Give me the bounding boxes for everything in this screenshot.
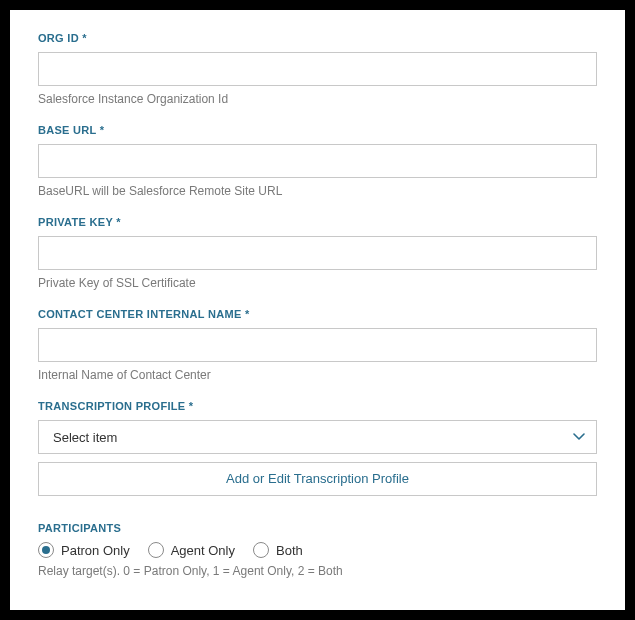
transcription-profile-select-wrap: Select item [38,420,597,454]
field-org-id: ORG ID * Salesforce Instance Organizatio… [38,32,597,106]
contact-center-label: CONTACT CENTER INTERNAL NAME * [38,308,597,320]
radio-label: Both [276,543,303,558]
participants-label: PARTICIPANTS [38,522,597,534]
radio-label: Agent Only [171,543,235,558]
participants-option-patron-only[interactable]: Patron Only [38,542,130,558]
participants-option-agent-only[interactable]: Agent Only [148,542,235,558]
base-url-input[interactable] [38,144,597,178]
radio-icon [253,542,269,558]
org-id-label: ORG ID * [38,32,597,44]
field-transcription-profile: TRANSCRIPTION PROFILE * Select item Add … [38,400,597,496]
private-key-help: Private Key of SSL Certificate [38,276,597,290]
transcription-profile-select[interactable]: Select item [38,420,597,454]
add-edit-transcription-profile-button[interactable]: Add or Edit Transcription Profile [38,462,597,496]
org-id-help: Salesforce Instance Organization Id [38,92,597,106]
field-private-key: PRIVATE KEY * Private Key of SSL Certifi… [38,216,597,290]
contact-center-help: Internal Name of Contact Center [38,368,597,382]
org-id-input[interactable] [38,52,597,86]
base-url-label: BASE URL * [38,124,597,136]
field-participants: PARTICIPANTS Patron Only Agent Only Both… [38,522,597,578]
radio-icon [38,542,54,558]
form-panel: ORG ID * Salesforce Instance Organizatio… [10,10,625,610]
radio-icon [148,542,164,558]
participants-radio-group: Patron Only Agent Only Both [38,542,597,558]
field-contact-center: CONTACT CENTER INTERNAL NAME * Internal … [38,308,597,382]
contact-center-input[interactable] [38,328,597,362]
private-key-input[interactable] [38,236,597,270]
base-url-help: BaseURL will be Salesforce Remote Site U… [38,184,597,198]
transcription-profile-label: TRANSCRIPTION PROFILE * [38,400,597,412]
field-base-url: BASE URL * BaseURL will be Salesforce Re… [38,124,597,198]
participants-help: Relay target(s). 0 = Patron Only, 1 = Ag… [38,564,597,578]
participants-option-both[interactable]: Both [253,542,303,558]
radio-label: Patron Only [61,543,130,558]
private-key-label: PRIVATE KEY * [38,216,597,228]
